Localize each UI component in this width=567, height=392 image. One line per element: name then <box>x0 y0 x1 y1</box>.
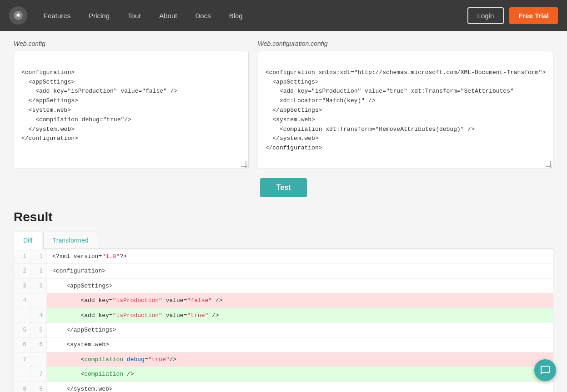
tab-transformed[interactable]: Transformed <box>43 232 98 248</box>
nav-docs[interactable]: Docs <box>188 8 218 23</box>
result-title: Result <box>14 210 553 224</box>
test-button[interactable]: Test <box>260 178 307 197</box>
diff-ln-left: 6 <box>14 337 30 352</box>
nav-about[interactable]: About <box>152 8 184 23</box>
diff-ln-left: 2 <box>14 264 30 278</box>
diff-row: 8 8 </system.web> <box>14 382 553 392</box>
logo[interactable]: ✱ <box>9 6 27 25</box>
diff-ln-left: 7 <box>14 352 30 367</box>
diff-row: 6 6 <system.web> <box>14 337 553 352</box>
nav-blog[interactable]: Blog <box>222 8 250 23</box>
test-row: Test <box>14 178 553 197</box>
right-editor-label: Web.configuration.config <box>258 40 553 47</box>
diff-ln-left: 8 <box>14 382 30 392</box>
left-editor-panel: Web.config <configuration> <appSettings>… <box>14 40 249 169</box>
diff-ln-right: 1 <box>30 249 47 263</box>
chat-bubble-button[interactable] <box>534 359 556 381</box>
nav-links: Features Pricing Tour About Docs Blog <box>36 8 250 23</box>
diff-ln-right: 7 <box>30 367 47 381</box>
diff-content: <configuration> <box>47 264 553 278</box>
diff-ln-right: 4 <box>30 308 47 323</box>
diff-row: 3 3 <appSettings> <box>14 279 553 293</box>
diff-ln-right: 5 <box>30 323 47 337</box>
chat-icon <box>540 365 551 376</box>
nav-pricing[interactable]: Pricing <box>81 8 117 23</box>
free-trial-button[interactable]: Free Trial <box>509 7 558 24</box>
diff-content: <compilation /> <box>47 367 553 381</box>
diff-row-added: 7 <compilation /> <box>14 367 553 382</box>
navbar-right: Login Free Trial <box>467 7 558 24</box>
diff-content: <add key="isProduction" value="false" /> <box>47 293 553 308</box>
diff-content: <?xml version="1.0"?> <box>47 249 553 263</box>
diff-ln-right: 2 <box>30 264 47 278</box>
diff-ln-right <box>30 293 47 308</box>
diff-ln-right <box>30 352 47 367</box>
diff-ln-right: 8 <box>30 382 47 392</box>
diff-content: </system.web> <box>47 382 553 392</box>
diff-row-removed: 4 <add key="isProduction" value="false" … <box>14 293 553 308</box>
diff-content: <add key="isProduction" value="true" /> <box>47 308 553 323</box>
diff-container: 1 1 <?xml version="1.0"?> 2 2 <configura… <box>14 249 553 392</box>
editors-row: Web.config <configuration> <appSettings>… <box>14 40 553 169</box>
diff-ln-left: 4 <box>14 293 30 308</box>
navbar: ✱ Features Pricing Tour About Docs Blog … <box>0 0 567 31</box>
diff-ln-left <box>14 367 30 381</box>
diff-row: 2 2 <configuration> <box>14 264 553 278</box>
diff-content: </appSettings> <box>47 323 553 337</box>
logo-icon: ✱ <box>13 10 24 21</box>
right-editor[interactable]: <configuration xmlns:xdt="http://schemas… <box>258 51 553 169</box>
login-button[interactable]: Login <box>467 7 504 24</box>
diff-row: 5 5 </appSettings> <box>14 323 553 337</box>
diff-row-added: 4 <add key="isProduction" value="true" /… <box>14 308 553 323</box>
nav-features[interactable]: Features <box>36 8 78 23</box>
diff-ln-left: 5 <box>14 323 30 337</box>
diff-ln-left: 3 <box>14 279 30 293</box>
diff-row-removed: 7 <compilation debug="true"/> <box>14 352 553 367</box>
diff-ln-left <box>14 308 30 323</box>
result-tabs: Diff Transformed <box>14 232 553 249</box>
diff-content: <compilation debug="true"/> <box>47 352 553 367</box>
left-editor[interactable]: <configuration> <appSettings> <add key="… <box>14 51 249 169</box>
diff-row: 1 1 <?xml version="1.0"?> <box>14 249 553 264</box>
diff-ln-right: 3 <box>30 279 47 293</box>
diff-content: <appSettings> <box>47 279 553 293</box>
diff-ln-left: 1 <box>14 249 30 263</box>
tab-diff[interactable]: Diff <box>14 232 42 249</box>
diff-content: <system.web> <box>47 337 553 352</box>
nav-tour[interactable]: Tour <box>120 8 148 23</box>
diff-ln-right: 6 <box>30 337 47 352</box>
result-section: Result Diff Transformed 1 1 <?xml versio… <box>14 210 553 392</box>
main-content: Web.config <configuration> <appSettings>… <box>0 31 567 392</box>
svg-text:✱: ✱ <box>16 12 20 19</box>
left-editor-label: Web.config <box>14 40 249 47</box>
right-editor-panel: Web.configuration.config <configuration … <box>258 40 553 169</box>
